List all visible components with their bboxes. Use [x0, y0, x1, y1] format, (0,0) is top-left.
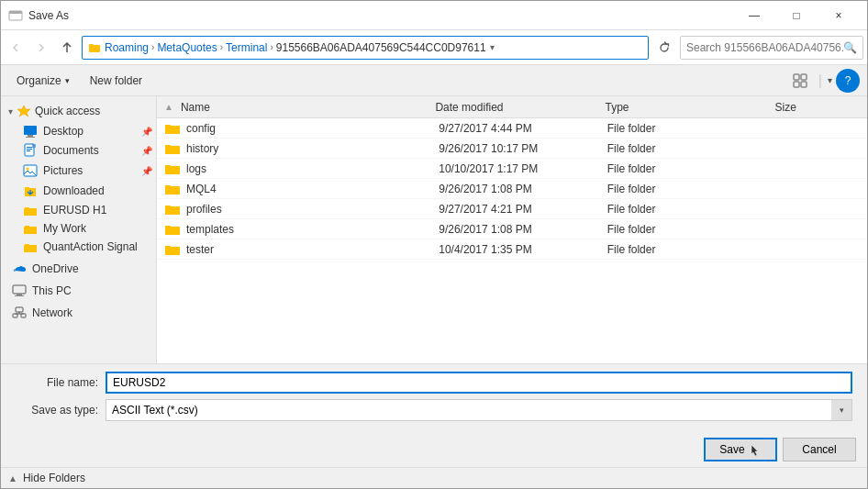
network-icon [12, 306, 27, 319]
view-dropdown-arrow[interactable]: ▾ [828, 75, 832, 85]
file-date: 9/27/2017 4:44 PM [439, 122, 607, 135]
breadcrumb-metaquotes[interactable]: MetaQuotes [157, 41, 217, 54]
organize-dropdown-icon: ▾ [65, 76, 70, 85]
savetype-label: Save as type: [16, 404, 98, 417]
breadcrumb-roaming[interactable]: Roaming [105, 41, 149, 54]
table-row[interactable]: templates 9/26/2017 1:08 PM File folder [157, 219, 867, 239]
savetype-select[interactable]: ASCII Text (*.csv) [106, 399, 852, 421]
file-date: 10/10/2017 1:17 PM [439, 162, 607, 175]
svg-rect-4 [794, 74, 799, 80]
sidebar: ▾ Quick access Desktop 📌 [1, 96, 157, 363]
svg-rect-48 [165, 247, 180, 255]
breadcrumb-folder-icon [88, 41, 101, 54]
minimize-button[interactable]: — [733, 1, 775, 30]
dialog-buttons: Save Cancel [1, 434, 867, 467]
svg-rect-9 [24, 126, 37, 135]
sidebar-item-thispc[interactable]: This PC [1, 282, 156, 300]
bottom-panel: File name: Save as type: ASCII Text (*.c… [1, 363, 867, 434]
sidebar-item-eurusd[interactable]: EURUSD H1 [1, 201, 156, 219]
sidebar-network-label: Network [32, 306, 72, 319]
breadcrumb-dropdown-icon[interactable]: ▾ [490, 42, 495, 52]
col-header-size[interactable]: Size [775, 101, 861, 114]
svg-point-18 [27, 168, 29, 171]
file-type: File folder [607, 142, 776, 155]
svg-rect-15 [27, 150, 30, 151]
refresh-button[interactable] [652, 36, 676, 60]
file-date: 9/27/2017 4:21 PM [439, 203, 607, 216]
svg-rect-38 [165, 146, 180, 154]
svg-rect-27 [13, 285, 26, 294]
sidebar-quick-access: ▾ Quick access Desktop 📌 [1, 100, 156, 256]
svg-rect-30 [16, 307, 23, 312]
file-type: File folder [607, 183, 776, 195]
cancel-button[interactable]: Cancel [783, 438, 856, 461]
search-input[interactable] [686, 41, 843, 54]
file-type: File folder [607, 122, 776, 135]
svg-rect-32 [21, 314, 26, 317]
sidebar-thispc-label: This PC [32, 284, 72, 297]
file-type: File folder [607, 203, 776, 216]
organize-button[interactable]: Organize ▾ [8, 69, 78, 93]
svg-rect-31 [13, 314, 17, 317]
quantaction-folder-icon [23, 240, 38, 253]
file-date: 9/26/2017 1:08 PM [439, 223, 607, 236]
savetype-wrapper: ASCII Text (*.csv) ▾ [106, 399, 852, 421]
col-header-type[interactable]: Type [605, 101, 774, 114]
table-row[interactable]: logs 10/10/2017 1:17 PM File folder [157, 159, 867, 179]
sidebar-item-onedrive[interactable]: OneDrive [1, 260, 156, 278]
hide-folders-bar[interactable]: ▲ Hide Folders [1, 467, 867, 488]
svg-rect-22 [24, 208, 37, 216]
downloaded-icon [23, 183, 38, 198]
table-row[interactable]: config 9/27/2017 4:44 PM File folder [157, 118, 867, 139]
forward-button[interactable] [30, 37, 52, 59]
folder-icon [164, 161, 181, 176]
search-bar[interactable]: 🔍 [680, 36, 863, 60]
sidebar-item-pictures[interactable]: Pictures 📌 [1, 161, 156, 181]
new-folder-button[interactable]: New folder [82, 69, 150, 93]
file-rows-container: config 9/27/2017 4:44 PM File folder his… [157, 118, 867, 260]
table-row[interactable]: MQL4 9/26/2017 1:08 PM File folder [157, 179, 867, 199]
pictures-icon [23, 163, 38, 178]
view-button[interactable] [787, 69, 813, 93]
thispc-icon [12, 284, 27, 297]
filename-input[interactable] [106, 372, 852, 394]
save-cursor-icon [749, 443, 762, 456]
table-row[interactable]: profiles 9/27/2017 4:21 PM File folder [157, 199, 867, 219]
mywork-folder-icon [23, 222, 38, 235]
svg-rect-13 [27, 147, 32, 148]
save-button[interactable]: Save [704, 438, 777, 461]
documents-icon [23, 143, 38, 158]
sidebar-item-network[interactable]: Network [1, 304, 156, 322]
maximize-button[interactable]: □ [775, 1, 818, 30]
col-header-date[interactable]: Date modified [435, 101, 605, 114]
breadcrumb[interactable]: Roaming › MetaQuotes › Terminal › 915566… [82, 36, 649, 60]
file-name: history [186, 142, 439, 155]
breadcrumb-terminal[interactable]: Terminal [226, 41, 267, 54]
save-as-dialog: Save As — □ × Roaming › MetaQuotes › Ter… [0, 0, 868, 489]
close-button[interactable]: × [818, 1, 860, 30]
sidebar-pictures-label: Pictures [43, 164, 83, 177]
col-header-name[interactable]: Name [181, 101, 436, 114]
savetype-row: Save as type: ASCII Text (*.csv) ▾ [16, 399, 852, 421]
up-button[interactable] [56, 37, 78, 59]
svg-rect-24 [24, 227, 37, 234]
help-button[interactable]: ? [836, 69, 860, 93]
table-row[interactable]: history 9/26/2017 10:17 PM File folder [157, 139, 867, 159]
folder-icon [164, 222, 181, 237]
sidebar-item-quantaction[interactable]: QuantAction Signal [1, 238, 156, 256]
sidebar-quick-access-header[interactable]: ▾ Quick access [1, 100, 156, 122]
sidebar-item-downloaded[interactable]: Downloaded [1, 181, 156, 201]
sidebar-item-documents[interactable]: Documents 📌 [1, 140, 156, 161]
sidebar-desktop-pin: 📌 [141, 127, 152, 137]
svg-rect-7 [801, 82, 807, 87]
file-name: templates [186, 223, 439, 236]
search-icon: 🔍 [843, 41, 857, 54]
sidebar-item-desktop[interactable]: Desktop 📌 [1, 122, 156, 140]
file-date: 10/4/2017 1:35 PM [439, 243, 607, 256]
sidebar-pictures-pin: 📌 [141, 166, 152, 176]
sidebar-item-mywork[interactable]: My Work [1, 219, 156, 238]
back-button[interactable] [5, 37, 27, 59]
table-row[interactable]: tester 10/4/2017 1:35 PM File folder [157, 239, 867, 260]
main-content: ▾ Quick access Desktop 📌 [1, 96, 867, 363]
file-list-header: ▲ Name Date modified Type Size [157, 96, 867, 118]
